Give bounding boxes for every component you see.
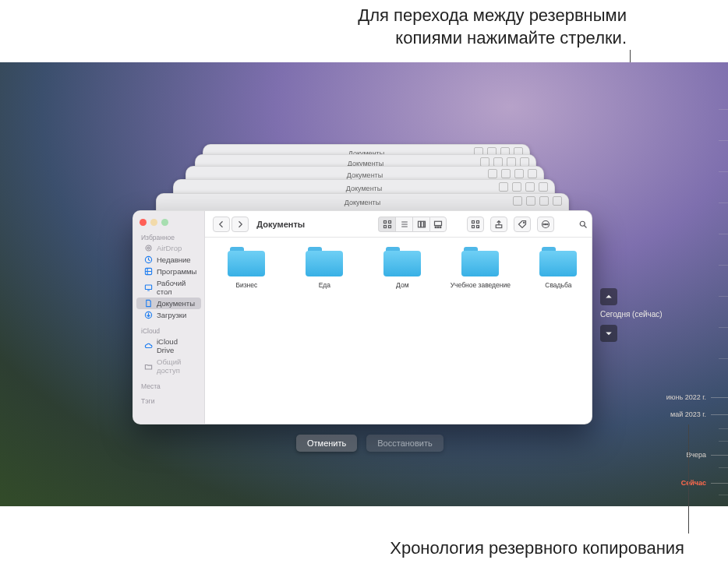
- folder-item[interactable]: Дом: [372, 247, 433, 289]
- desktop-area: июнь 2022 г. май 2023 г. Вчера Сейчас До…: [0, 62, 728, 506]
- folder-icon: [539, 247, 577, 276]
- sidebar-section-favorites: Избранное: [133, 232, 204, 242]
- view-columns-button[interactable]: [412, 217, 429, 232]
- sidebar-item-shared[interactable]: Общий доступ: [136, 356, 201, 376]
- view-switcher: [378, 217, 447, 232]
- folder-item[interactable]: Свадьба: [528, 247, 588, 289]
- chevron-up-icon: [604, 292, 613, 301]
- sidebar-item-applications[interactable]: Программы: [136, 266, 201, 277]
- sidebar-item-label: Недавние: [157, 255, 191, 264]
- cancel-button[interactable]: Отменить: [296, 435, 357, 452]
- folder-icon: [383, 247, 421, 276]
- restore-button[interactable]: Восстановить: [366, 435, 443, 452]
- svg-point-1: [147, 247, 150, 249]
- folder-item[interactable]: Учебное заведение: [450, 247, 511, 289]
- sidebar-item-documents[interactable]: Документы: [136, 298, 201, 309]
- sidebar-section-icloud: iCloud: [133, 326, 204, 336]
- forward-button[interactable]: [231, 217, 249, 232]
- airdrop-icon: [144, 244, 153, 252]
- back-button[interactable]: [213, 217, 230, 232]
- callout-leader-bottom: [688, 424, 689, 534]
- svg-rect-7: [388, 220, 391, 223]
- view-icons-button[interactable]: [378, 217, 395, 232]
- timeline-label[interactable]: Вчера: [687, 451, 706, 459]
- downloads-icon: [144, 311, 153, 319]
- svg-rect-19: [472, 225, 475, 227]
- tags-button[interactable]: [514, 217, 531, 232]
- callout-bottom: Хронология резервного копирования: [390, 538, 684, 558]
- callout-top-line2: копиями нажимайте стрелки.: [358, 27, 627, 50]
- finder-window: Избранное AirDrop Недавние Программы Раб…: [133, 210, 592, 424]
- zoom-button[interactable]: [161, 219, 168, 226]
- clock-icon: [144, 255, 153, 264]
- sidebar-item-airdrop[interactable]: AirDrop: [136, 242, 201, 254]
- applications-icon: [144, 267, 153, 276]
- folder-icon: [228, 247, 265, 276]
- svg-rect-9: [388, 225, 391, 227]
- svg-rect-18: [477, 220, 479, 223]
- close-button[interactable]: [140, 219, 147, 226]
- svg-point-25: [546, 224, 546, 224]
- svg-rect-17: [472, 220, 475, 223]
- svg-rect-8: [383, 225, 386, 227]
- timeline-label-now[interactable]: Сейчас: [681, 479, 706, 487]
- chevron-down-icon: [604, 329, 613, 338]
- sidebar-item-desktop[interactable]: Рабочий стол: [136, 277, 201, 298]
- sidebar-item-label: Программы: [157, 267, 196, 276]
- callout-top: Для перехода между резервными копиями на…: [358, 5, 627, 49]
- folder-label: Свадьба: [528, 281, 588, 289]
- sidebar-item-label: AirDrop: [157, 244, 182, 252]
- snapshot-nav: Сегодня (сейчас): [600, 288, 686, 347]
- timeline-label[interactable]: май 2023 г.: [670, 410, 706, 418]
- finder-content[interactable]: Бизнес Еда Дом Учебное заведение: [205, 238, 592, 424]
- sidebar-item-downloads[interactable]: Загрузки: [136, 309, 201, 321]
- document-icon: [144, 299, 153, 308]
- finder-sidebar: Избранное AirDrop Недавние Программы Раб…: [133, 211, 205, 424]
- folder-item[interactable]: Еда: [294, 247, 355, 289]
- sidebar-item-recents[interactable]: Недавние: [136, 254, 201, 266]
- finder-toolbar: Документы: [205, 211, 592, 238]
- folder-label: Еда: [294, 281, 355, 289]
- folder-label: Бизнес: [216, 281, 277, 289]
- folder-label: Учебное заведение: [450, 281, 511, 289]
- svg-rect-10: [418, 221, 420, 227]
- group-button[interactable]: [467, 217, 484, 232]
- svg-rect-16: [440, 227, 442, 228]
- action-menu-button[interactable]: [537, 217, 554, 232]
- svg-point-22: [524, 222, 525, 224]
- desktop-icon: [144, 283, 153, 292]
- current-snapshot-label: Сегодня (сейчас): [600, 310, 686, 319]
- folder-item[interactable]: Бизнес: [216, 247, 277, 289]
- backup-timeline[interactable]: июнь 2022 г. май 2023 г. Вчера Сейчас: [658, 62, 728, 506]
- sidebar-item-icloud-drive[interactable]: iCloud Drive: [136, 336, 201, 356]
- svg-rect-12: [424, 221, 426, 227]
- sidebar-item-label: Рабочий стол: [157, 279, 196, 296]
- svg-rect-13: [435, 221, 442, 225]
- view-gallery-button[interactable]: [429, 217, 447, 232]
- svg-point-27: [581, 221, 585, 226]
- share-button[interactable]: [490, 217, 507, 232]
- shared-folder-icon: [144, 362, 153, 371]
- svg-point-0: [146, 245, 151, 251]
- finder-main: Документы: [205, 211, 592, 424]
- next-snapshot-button[interactable]: [600, 325, 617, 342]
- svg-point-26: [547, 224, 548, 224]
- view-list-button[interactable]: [395, 217, 412, 232]
- minimize-button[interactable]: [150, 219, 157, 226]
- stage: Для перехода между резервными копиями на…: [0, 0, 728, 574]
- sidebar-section-locations: Места: [133, 381, 204, 391]
- folder-label: Дом: [372, 281, 433, 289]
- timeline-label[interactable]: июнь 2022 г.: [666, 393, 706, 401]
- search-button[interactable]: [574, 217, 592, 232]
- folder-icon: [461, 247, 499, 276]
- sidebar-section-tags: Тэги: [133, 396, 204, 406]
- sidebar-item-label: Загрузки: [157, 311, 186, 319]
- cloud-icon: [144, 342, 153, 350]
- sidebar-item-label: Документы: [157, 299, 195, 308]
- previous-snapshot-button[interactable]: [600, 288, 617, 305]
- svg-rect-14: [436, 227, 437, 228]
- svg-rect-11: [421, 221, 423, 227]
- action-buttons: Отменить Восстановить: [296, 435, 444, 452]
- svg-rect-6: [383, 220, 386, 223]
- sidebar-item-label: Общий доступ: [157, 357, 196, 375]
